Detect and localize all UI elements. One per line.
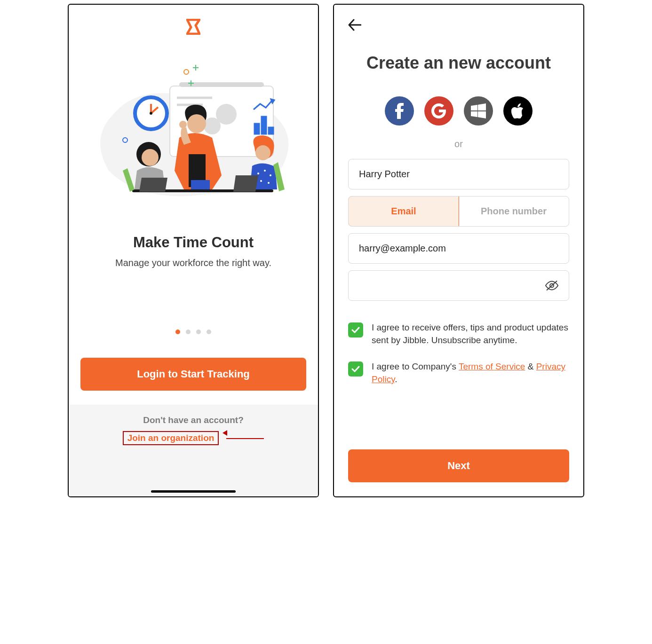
checkbox-marketing-label: I agree to receive offers, tips and prod… xyxy=(372,322,569,346)
check-icon xyxy=(351,327,360,333)
svg-point-5 xyxy=(204,118,221,134)
svg-rect-7 xyxy=(262,117,266,134)
hero-title: Make Time Count xyxy=(69,234,318,251)
svg-point-23 xyxy=(257,173,259,174)
checkbox-marketing[interactable] xyxy=(348,322,363,338)
name-field[interactable] xyxy=(348,159,569,189)
login-button[interactable]: Login to Start Tracking xyxy=(80,358,306,391)
join-organization-link[interactable]: Join an organization xyxy=(123,431,219,445)
social-login-row xyxy=(348,96,569,126)
footer: Don't have an account? Join an organizat… xyxy=(69,405,318,496)
svg-point-14 xyxy=(184,70,189,74)
microsoft-login-button[interactable] xyxy=(464,96,493,126)
page-title: Create an new account xyxy=(348,53,569,73)
password-field[interactable] xyxy=(348,270,569,301)
svg-point-26 xyxy=(260,180,262,182)
logo-row xyxy=(69,5,318,41)
tab-email[interactable]: Email xyxy=(348,196,459,227)
back-button[interactable] xyxy=(348,19,361,34)
windows-icon xyxy=(471,103,486,118)
svg-point-27 xyxy=(268,182,270,184)
next-button[interactable]: Next xyxy=(348,449,569,482)
eye-off-icon xyxy=(545,280,559,291)
checkbox-terms-label: I agree to Company's Terms of Service & … xyxy=(372,361,569,385)
page-dot-3[interactable] xyxy=(196,330,201,334)
callout-arrow-icon xyxy=(226,432,264,441)
hero-subtitle: Manage your workforce the right way. xyxy=(69,258,318,268)
facebook-icon xyxy=(395,103,404,119)
svg-rect-6 xyxy=(254,124,259,134)
email-field[interactable] xyxy=(348,233,569,264)
no-account-label: Don't have an account? xyxy=(69,415,318,425)
hero-illustration xyxy=(69,51,318,215)
page-dot-4[interactable] xyxy=(207,330,211,334)
page-dots xyxy=(69,330,318,334)
svg-point-22 xyxy=(255,145,270,160)
toggle-password-visibility[interactable] xyxy=(545,280,559,293)
app-logo-icon xyxy=(186,19,200,37)
svg-point-12 xyxy=(150,112,152,115)
check-icon xyxy=(351,366,360,372)
google-icon xyxy=(431,103,447,119)
arrow-left-icon xyxy=(348,19,361,31)
svg-point-25 xyxy=(270,174,271,176)
apple-icon xyxy=(511,103,525,118)
apple-login-button[interactable] xyxy=(503,96,533,126)
svg-point-16 xyxy=(187,114,206,133)
welcome-screen: Make Time Count Manage your workforce th… xyxy=(68,4,319,497)
facebook-login-button[interactable] xyxy=(385,96,414,126)
page-dot-1[interactable] xyxy=(175,330,180,334)
svg-point-21 xyxy=(142,149,159,166)
google-login-button[interactable] xyxy=(424,96,453,126)
svg-point-24 xyxy=(264,170,266,172)
or-separator: or xyxy=(348,139,569,149)
home-indicator xyxy=(151,490,236,493)
signup-screen: Create an new account or Email Phone num… xyxy=(333,4,584,497)
terms-link[interactable]: Terms of Service xyxy=(459,361,525,371)
tab-phone[interactable]: Phone number xyxy=(459,196,569,226)
svg-rect-8 xyxy=(269,127,273,134)
page-dot-2[interactable] xyxy=(186,330,191,334)
contact-type-tabs: Email Phone number xyxy=(348,196,569,227)
svg-rect-19 xyxy=(191,180,210,189)
checkbox-terms[interactable] xyxy=(348,361,363,377)
svg-point-18 xyxy=(179,121,187,128)
